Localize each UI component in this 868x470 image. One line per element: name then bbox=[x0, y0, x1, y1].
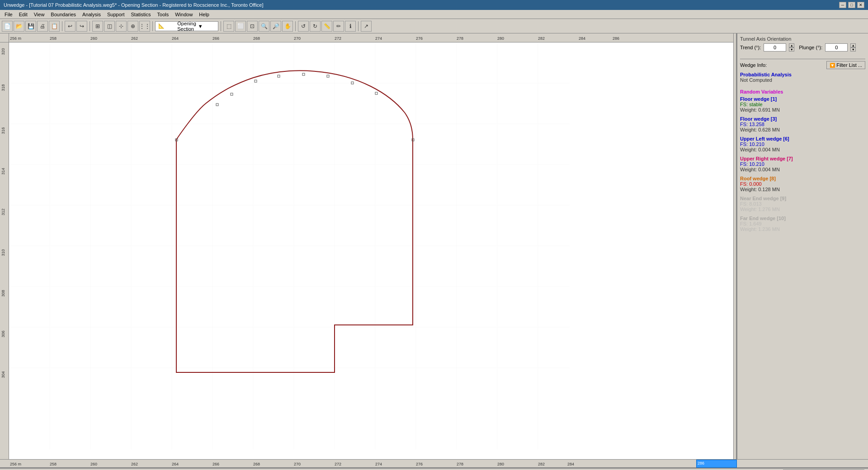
wedge-6[interactable]: Far End wedge [10] FS: 1.649 Weight: 1.2… bbox=[740, 216, 865, 232]
save-button[interactable]: 💾 bbox=[25, 21, 36, 32]
wedge-0-name: Floor wedge [1] bbox=[740, 96, 865, 102]
canvas-area[interactable]: 256 m 258 260 262 264 266 268 270 272 27… bbox=[0, 33, 737, 459]
bottom-ruler: 256 m 258 260 262 264 266 268 270 272 27… bbox=[0, 460, 868, 468]
title-bar: Unwedge - [Tutorial 07 Probabilistic Ana… bbox=[0, 0, 868, 10]
wedge-4[interactable]: Roof wedge [8] FS: 0.000 Weight: 0.128 M… bbox=[740, 176, 865, 192]
trend-input[interactable] bbox=[764, 43, 786, 52]
select-button[interactable]: ⊹ bbox=[116, 21, 127, 32]
svg-text:262: 262 bbox=[131, 36, 138, 41]
dropdown-arrow-icon: ▼ bbox=[198, 24, 215, 29]
menu-tools[interactable]: Tools bbox=[155, 11, 172, 18]
trend-down-btn[interactable]: ▼ bbox=[789, 47, 794, 52]
grid-button[interactable]: ⊞ bbox=[92, 21, 103, 32]
wedge-1-name: Floor wedge [3] bbox=[740, 116, 865, 122]
menu-boundaries[interactable]: Boundaries bbox=[48, 11, 79, 18]
filter-label: Filter List ... bbox=[836, 62, 862, 68]
random-variables-section: Random Variables bbox=[740, 86, 865, 96]
svg-text:272: 272 bbox=[335, 462, 341, 466]
menu-help[interactable]: Help bbox=[196, 11, 212, 18]
right-panel: Tunnel Axis Orientation Trend (°): ▲ ▼ P… bbox=[737, 33, 868, 459]
pattern-button[interactable]: ⋮⋮ bbox=[139, 21, 150, 32]
svg-text:264: 264 bbox=[172, 462, 179, 466]
wedge-5[interactable]: Near End wedge [9] FS: 8.013 Weight: 1.2… bbox=[740, 196, 865, 212]
svg-text:308: 308 bbox=[1, 290, 5, 296]
ruler-highlight-label: 286 bbox=[697, 461, 705, 465]
wedge-6-weight: Weight: 1.236 MN bbox=[740, 226, 865, 232]
wedge-5-name: Near End wedge [9] bbox=[740, 196, 865, 201]
sep2 bbox=[90, 21, 90, 31]
plunge-up-btn[interactable]: ▲ bbox=[850, 43, 856, 47]
trend-label: Trend (°): bbox=[740, 45, 761, 50]
wedge-6-fs: FS: 1.649 bbox=[740, 221, 865, 226]
close-button[interactable]: ✕ bbox=[857, 2, 864, 8]
svg-text:316: 316 bbox=[1, 127, 5, 134]
wedge-0[interactable]: Floor wedge [1] FS: stable Weight: 0.691… bbox=[740, 96, 865, 113]
print-button[interactable]: 🖨 bbox=[37, 21, 48, 32]
undo-button[interactable]: ↩ bbox=[65, 21, 75, 32]
open-button[interactable]: 📂 bbox=[14, 21, 24, 32]
ruler-corner bbox=[0, 33, 9, 42]
prob-analysis-sub: Not Computed bbox=[740, 77, 865, 83]
export-button[interactable]: 📋 bbox=[49, 21, 60, 32]
svg-text:270: 270 bbox=[294, 36, 301, 41]
filter-list-button[interactable]: 🔽 Filter List ... bbox=[826, 61, 865, 69]
wedge-0-fs: FS: stable bbox=[740, 102, 865, 107]
new-button[interactable]: 📄 bbox=[2, 21, 13, 32]
redo-button[interactable]: ↪ bbox=[76, 21, 87, 32]
wedge-5-weight: Weight: 1.276 MN bbox=[740, 207, 865, 212]
toolbar: 📄 📂 💾 🖨 📋 ↩ ↪ ⊞ ◫ ⊹ ⊕ ⋮⋮ 📐 Opening Secti… bbox=[0, 19, 868, 33]
sep1 bbox=[62, 21, 62, 31]
svg-text:274: 274 bbox=[375, 462, 382, 466]
rotate-button[interactable]: ↺ bbox=[298, 21, 309, 32]
edit-btn[interactable]: ✏ bbox=[333, 21, 344, 32]
wedge-info-label: Wedge Info: bbox=[740, 62, 767, 68]
wedge-3-fs: FS: 10.210 bbox=[740, 161, 865, 167]
trend-spinner[interactable]: ▲ ▼ bbox=[789, 43, 794, 52]
section-dropdown[interactable]: 📐 Opening Section ▼ bbox=[155, 21, 218, 31]
svg-text:268: 268 bbox=[253, 462, 260, 466]
trend-up-btn[interactable]: ▲ bbox=[789, 43, 794, 47]
minimize-button[interactable]: ─ bbox=[839, 2, 846, 8]
divider1 bbox=[740, 59, 865, 59]
section-view-button[interactable]: ⬜ bbox=[235, 21, 246, 32]
svg-text:276: 276 bbox=[416, 462, 423, 466]
menu-support[interactable]: Support bbox=[104, 11, 127, 18]
zoom-out-button[interactable]: 🔎 bbox=[270, 21, 281, 32]
rotate2-button[interactable]: ↻ bbox=[310, 21, 321, 32]
plunge-spinner[interactable]: ▲ ▼ bbox=[850, 43, 856, 52]
section-icon: 📐 bbox=[158, 23, 175, 29]
plunge-down-btn[interactable]: ▼ bbox=[850, 47, 856, 52]
pan-button[interactable]: ✋ bbox=[282, 21, 293, 32]
wedge-2[interactable]: Upper Left wedge [6] FS: 10.210 Weight: … bbox=[740, 136, 865, 152]
fit-button[interactable]: ⊡ bbox=[247, 21, 258, 32]
arrow-button[interactable]: ↗ bbox=[361, 21, 372, 32]
snap-button[interactable]: ◫ bbox=[104, 21, 115, 32]
svg-text:268: 268 bbox=[253, 36, 260, 41]
menu-edit[interactable]: Edit bbox=[16, 11, 30, 18]
measure-button[interactable]: 📏 bbox=[321, 21, 332, 32]
drawing-canvas[interactable] bbox=[9, 42, 570, 449]
plunge-input[interactable] bbox=[825, 43, 848, 52]
svg-text:286: 286 bbox=[613, 36, 619, 41]
wedge-1[interactable]: Floor wedge [3] FS: 13.258 Weight: 0.628… bbox=[740, 116, 865, 132]
menu-view[interactable]: View bbox=[31, 11, 47, 18]
svg-text:278: 278 bbox=[457, 462, 463, 466]
menu-analysis[interactable]: Analysis bbox=[80, 11, 104, 18]
wedge-3[interactable]: Upper Right wedge [7] FS: 10.210 Weight:… bbox=[740, 156, 865, 172]
add-button[interactable]: ⊕ bbox=[127, 21, 138, 32]
menu-file[interactable]: File bbox=[2, 11, 15, 18]
plan-view-button[interactable]: ⬚ bbox=[223, 21, 234, 32]
info-button[interactable]: ℹ bbox=[345, 21, 356, 32]
svg-text:284: 284 bbox=[579, 36, 585, 41]
zoom-in-button[interactable]: 🔍 bbox=[259, 21, 269, 32]
vertical-splitter[interactable] bbox=[733, 33, 736, 459]
ruler-horizontal: 256 m 258 260 262 264 266 268 270 272 27… bbox=[9, 33, 736, 42]
wedge-2-weight: Weight: 0.004 MN bbox=[740, 147, 865, 152]
wedge-4-name: Roof wedge [8] bbox=[740, 176, 865, 181]
bottom-area: 256 m 258 260 262 264 266 268 270 272 27… bbox=[0, 459, 868, 470]
maximize-button[interactable]: □ bbox=[848, 2, 855, 8]
svg-text:280: 280 bbox=[497, 462, 504, 466]
menu-window[interactable]: Window bbox=[172, 11, 195, 18]
menu-statistics[interactable]: Statistics bbox=[128, 11, 154, 18]
svg-text:278: 278 bbox=[457, 36, 463, 41]
